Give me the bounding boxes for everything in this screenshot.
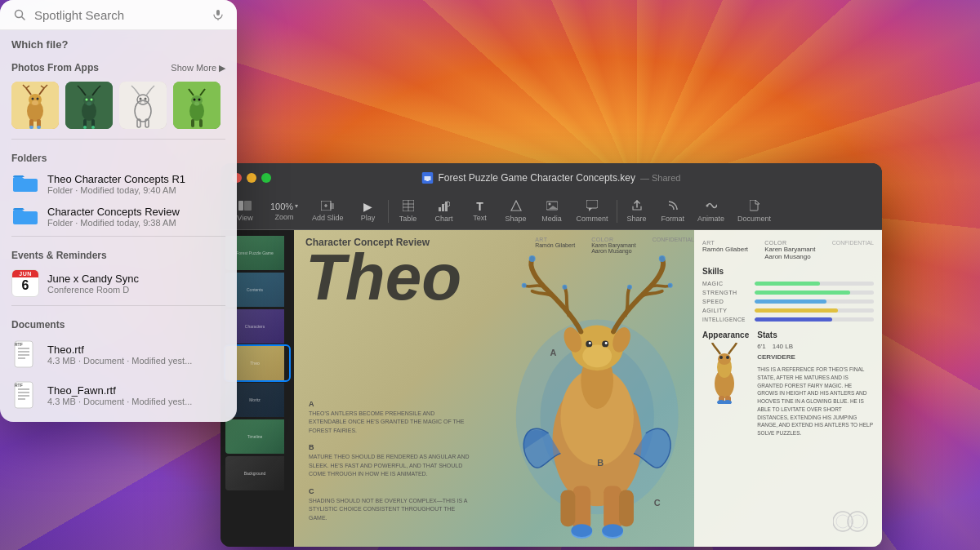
folder-item-1[interactable]: Theo Character Concepts R1 Folder · Modi… — [0, 167, 237, 200]
skill-speed-bar-bg — [755, 299, 874, 304]
document-button[interactable]: Document — [731, 197, 777, 226]
skill-agility: AGILITY — [702, 308, 874, 313]
events-title: Events & Reminders — [11, 250, 107, 261]
skill-agility-bar-fill — [755, 308, 838, 313]
main-slide-view[interactable]: Character Concept Review ART Ramón Gilab… — [294, 230, 882, 547]
slide-thumb-7[interactable]: Background — [225, 456, 289, 490]
svg-text:A: A — [550, 348, 556, 357]
note-text-b: MATURE THEO SHOULD BE RENDERED AS ANGULA… — [309, 453, 472, 479]
zoom-caret: ▾ — [295, 202, 298, 210]
view-label: View — [237, 214, 252, 222]
svg-point-119 — [602, 524, 623, 537]
skill-strength: STRENGTH — [702, 290, 874, 295]
keynote-file-icon — [422, 172, 434, 184]
svg-point-91 — [706, 204, 708, 206]
svg-point-111 — [658, 255, 665, 262]
stats-color-col: COLOR Karen Baryamant Aaron Musango — [764, 240, 815, 260]
skill-intelligence: INTELLIGENCE — [702, 317, 874, 322]
folder-name-2: Character Concepts Review — [47, 206, 225, 218]
svg-point-30 — [91, 99, 93, 101]
note-text-c: SHADING SHOULD NOT BE OVERLY COMPLEX—THI… — [309, 497, 472, 523]
photos-grid — [0, 77, 237, 139]
media-button[interactable]: Media — [534, 197, 570, 226]
folder-item-2[interactable]: Character Concepts Review Folder · Modif… — [0, 200, 237, 233]
slide-credits: ART Ramón Gilabert COLOR Karen Baryamant… — [535, 237, 694, 254]
skill-speed-label: SPEED — [702, 299, 750, 304]
folders-header: Folders — [0, 146, 237, 167]
svg-point-29 — [86, 99, 88, 101]
stats-top-row: ART Ramón Gilabert COLOR Karen Baryamant… — [702, 240, 874, 260]
slide-thumb-6[interactable]: Timeline — [225, 419, 289, 454]
doc-item-1[interactable]: RTF Theo.rtf 4.3 MB · Document · Modifie… — [0, 334, 237, 375]
zoom-button[interactable]: 100% ▾ Zoom — [263, 198, 305, 224]
doc-item-2[interactable]: RTF Theo_Fawn.rtf 4.3 MB · Document · Mo… — [0, 375, 237, 415]
maximize-button[interactable] — [261, 173, 271, 183]
folder-icon-1 — [11, 172, 39, 195]
svg-point-113 — [627, 285, 632, 290]
photo-thumb-1[interactable] — [11, 82, 59, 129]
search-input[interactable]: Show the files June sent me last week — [34, 8, 204, 22]
text-label: Text — [473, 214, 487, 222]
doc-info-2: Theo_Fawn.rtf 4.3 MB · Document · Modifi… — [47, 384, 225, 406]
svg-rect-32 — [83, 126, 87, 129]
stats-art-label: ART — [702, 240, 748, 246]
svg-rect-72 — [244, 201, 252, 211]
photo-thumb-2[interactable] — [65, 82, 113, 129]
photo-thumb-3[interactable] — [119, 82, 167, 129]
folders-title: Folders — [11, 153, 47, 164]
shape-label: Shape — [506, 215, 527, 223]
color-value: Karen Baryamant Aaron Musango — [591, 242, 635, 254]
text-icon: T — [476, 201, 483, 212]
format-button[interactable]: Format — [655, 197, 692, 226]
thumb-label-7: Background — [227, 458, 283, 489]
skill-speed-bar-fill — [755, 299, 826, 304]
document-label: Document — [737, 215, 771, 223]
comment-button[interactable]: Comment — [570, 197, 615, 226]
character-name: Theo — [305, 245, 461, 310]
svg-point-44 — [145, 98, 147, 100]
table-button[interactable]: Table — [390, 197, 426, 226]
play-button[interactable]: ▶ Play — [350, 197, 386, 225]
stats-art-col: ART Ramón Gilabert — [702, 240, 748, 260]
appearance-col: Appearance — [702, 330, 749, 437]
microphone-icon[interactable] — [211, 7, 225, 22]
chart-button[interactable]: Chart — [426, 197, 462, 226]
doc-meta-2: 4.3 MB · Document · Modified yest... — [47, 397, 225, 406]
toolbar-divider-2 — [617, 200, 617, 223]
svg-rect-19 — [37, 126, 41, 129]
minimize-button[interactable] — [247, 173, 256, 183]
doc-meta-1: 4.3 MB · Document · Modified yest... — [47, 356, 225, 366]
animate-button[interactable]: Animate — [691, 197, 731, 226]
chart-icon — [439, 200, 450, 213]
svg-rect-49 — [191, 119, 194, 127]
svg-point-128 — [719, 356, 723, 359]
slide-notes: A THEO'S ANTLERS BECOME PREHENSILE AND E… — [309, 400, 472, 531]
show-more-button[interactable]: Show More ▶ — [171, 63, 225, 73]
svg-text:B: B — [597, 458, 604, 468]
svg-point-55 — [194, 102, 199, 106]
svg-point-53 — [194, 99, 196, 101]
keynote-window: Forest Puzzle Game Character Concepts.ke… — [220, 163, 882, 547]
add-slide-button[interactable]: Add Slide — [305, 197, 350, 225]
svg-line-1 — [22, 17, 25, 20]
svg-rect-82 — [442, 204, 444, 211]
traffic-lights — [232, 173, 271, 183]
share-button[interactable]: Share — [619, 197, 655, 226]
folder-info-2: Character Concepts Review Folder · Modif… — [47, 206, 225, 228]
note-block-b: B MATURE THEO SHOULD BE RENDERED AS ANGU… — [309, 443, 472, 479]
event-item-1[interactable]: JUN 6 June x Candy Sync Conference Room … — [0, 264, 237, 302]
spotlight-panel: Show the files June sent me last week Wh… — [0, 0, 237, 422]
text-button[interactable]: T Text — [462, 197, 498, 225]
photo-thumb-4[interactable] — [173, 82, 220, 129]
svg-text:RTF: RTF — [15, 342, 23, 347]
folder-icon-2 — [11, 205, 39, 228]
stats-height: 6'1 — [757, 343, 765, 350]
skill-magic: MAGIC — [702, 281, 874, 286]
format-icon — [667, 200, 679, 213]
format-label: Format — [662, 215, 685, 223]
shape-button[interactable]: Shape — [498, 197, 534, 226]
skill-agility-label: AGILITY — [702, 308, 750, 313]
folder-name-1: Theo Character Concepts R1 — [47, 173, 225, 185]
svg-rect-50 — [199, 119, 203, 127]
svg-rect-89 — [586, 200, 598, 208]
